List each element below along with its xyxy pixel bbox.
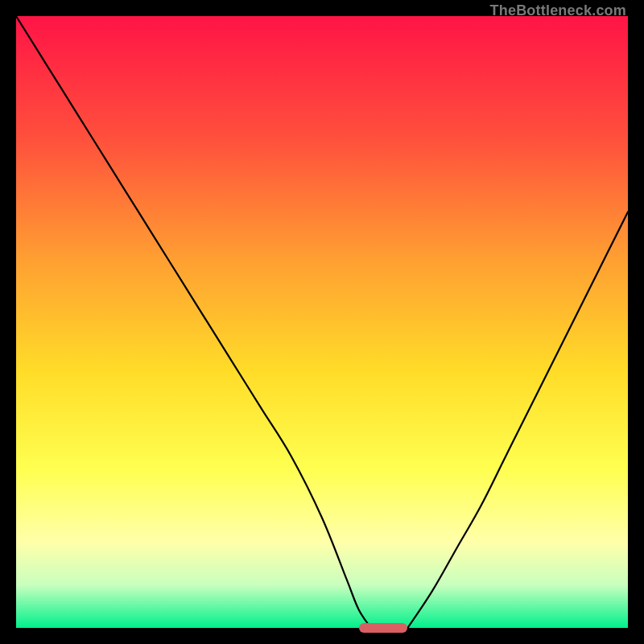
curve-right bbox=[407, 212, 628, 628]
plot-area bbox=[16, 16, 628, 628]
branding-text: TheBottleneck.com bbox=[490, 2, 626, 19]
stage: TheBottleneck.com bbox=[0, 0, 644, 644]
bottleneck-marker bbox=[359, 623, 408, 633]
curve-left bbox=[16, 16, 371, 628]
curve-layer bbox=[16, 16, 628, 628]
